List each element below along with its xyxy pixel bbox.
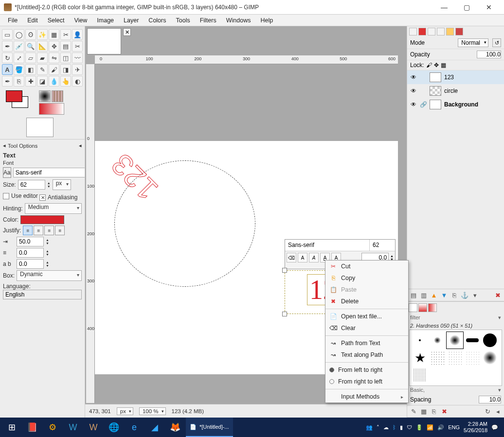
rect-select-tool[interactable]: ▭ (2, 29, 13, 40)
ctx-text-along-path[interactable]: ↝Text along Path (325, 349, 408, 361)
start-button[interactable]: ⊞ (2, 418, 21, 437)
image-tab-close-button[interactable]: ✕ (123, 28, 131, 36)
close-button[interactable]: ✕ (478, 0, 500, 15)
taskbar-app-icon[interactable]: ◢ (145, 418, 164, 437)
ctx-paste[interactable]: 📋Paste (325, 284, 408, 296)
heal-tool[interactable]: ✚ (25, 76, 36, 87)
antialiasing-checkbox[interactable]: ✕Antialiasing (39, 194, 77, 201)
layer-row-background[interactable]: 👁🔗 Background (407, 98, 504, 111)
menu-tools[interactable]: Tools (171, 16, 195, 25)
tray-onedrive-icon[interactable]: ☁ (383, 424, 389, 431)
lock-alpha-icon[interactable]: ▦ (441, 62, 446, 69)
mode-select[interactable]: Normal (458, 38, 488, 47)
brush-preview[interactable] (39, 90, 51, 102)
brush-item[interactable] (429, 332, 446, 349)
menu-edit[interactable]: Edit (22, 16, 43, 25)
lock-pixels-icon[interactable]: 🖌 (426, 62, 432, 69)
taskbar-app-icon[interactable]: 📕 (22, 418, 42, 437)
tray-network-icon[interactable]: ▮ (400, 424, 403, 431)
floating-italic-icon[interactable]: A (309, 253, 319, 262)
pencil-tool[interactable]: ✎ (37, 64, 48, 75)
taskbar-app-icon[interactable]: W (84, 418, 103, 437)
menu-help[interactable]: Help (255, 16, 278, 25)
other-tab-icon[interactable] (455, 28, 463, 35)
menu-windows[interactable]: Windows (221, 16, 256, 25)
text-color-swatch[interactable] (20, 215, 64, 224)
brush-item[interactable] (482, 350, 498, 366)
tray-volume-icon[interactable]: 🔊 (437, 424, 444, 431)
opacity-input[interactable] (477, 51, 501, 58)
taskbar-active-app[interactable]: 📄*[Untitled]-... (186, 418, 233, 437)
tray-battery-icon[interactable]: 🔋 (416, 424, 423, 431)
tray-people-icon[interactable]: 👥 (366, 424, 373, 431)
perspective-clone-tool[interactable]: ◪ (37, 76, 48, 87)
size-down-icon[interactable]: ▼ (47, 185, 51, 188)
refresh-brushes-icon[interactable]: ↻ (483, 407, 492, 416)
edit-brush-icon[interactable]: ✎ (409, 407, 418, 416)
merge-down-icon[interactable]: ▾ (470, 291, 479, 299)
image-tab-thumb[interactable] (87, 28, 121, 54)
gradient-preview[interactable] (39, 103, 64, 115)
status-unit-select[interactable]: px (117, 407, 133, 415)
layers-tab-icon[interactable] (409, 28, 417, 35)
tray-notifications-icon[interactable]: 💬 (491, 424, 498, 431)
brush-item[interactable] (412, 332, 428, 349)
use-editor-checkbox[interactable]: Use editor (3, 192, 38, 199)
active-image-thumb[interactable] (26, 118, 54, 137)
chevron-down-icon[interactable]: ▾ (498, 315, 501, 321)
paintbrush-tool[interactable]: 🖌 (49, 64, 59, 75)
menu-layer[interactable]: Layer (119, 16, 144, 25)
clone-tool[interactable]: ⎘ (14, 76, 24, 87)
color-picker-tool[interactable]: 💉 (14, 41, 24, 52)
delete-brush-icon[interactable]: ✖ (440, 407, 449, 416)
free-select-tool[interactable]: ʘ (25, 29, 36, 40)
ctx-copy[interactable]: ⎘Copy (325, 272, 408, 284)
pattern-preview[interactable] (52, 90, 63, 102)
history-tab-icon[interactable] (446, 28, 454, 35)
tray-lang[interactable]: ENG (448, 424, 460, 430)
brush-item[interactable] (464, 350, 481, 366)
box-select[interactable]: Dynamic (17, 270, 82, 281)
menu-image[interactable]: Image (92, 16, 119, 25)
menu-view[interactable]: View (69, 16, 92, 25)
menu-select[interactable]: Select (43, 16, 70, 25)
foreground-select-tool[interactable]: 👤 (72, 29, 83, 40)
size-unit-select[interactable]: px (53, 179, 72, 190)
font-icon[interactable]: Aa (3, 167, 11, 178)
justify-center-button[interactable]: ≡ (44, 226, 54, 235)
layer-up-icon[interactable]: ▲ (430, 291, 438, 299)
brush-item[interactable] (482, 367, 498, 384)
layer-group-icon[interactable]: ▥ (419, 291, 428, 299)
brush-item[interactable] (447, 367, 463, 384)
fg-bg-color[interactable] (6, 90, 32, 110)
perspective-tool[interactable]: ▰ (37, 52, 48, 63)
smudge-tool[interactable]: 👆 (60, 76, 71, 87)
taskbar-edge-icon[interactable]: e (125, 418, 144, 437)
zoom-tool[interactable]: 🔍 (25, 41, 36, 52)
floating-bold-icon[interactable]: A (298, 253, 307, 262)
new-brush-icon[interactable]: ▦ (419, 407, 428, 416)
ellipse-select-tool[interactable]: ◯ (14, 29, 24, 40)
duplicate-brush-icon[interactable]: ⎘ (430, 407, 438, 416)
blend-tool[interactable]: ◧ (25, 64, 36, 75)
scale-tool[interactable]: ⤢ (14, 52, 24, 63)
shear-tool[interactable]: ▱ (25, 52, 36, 63)
ctx-cut[interactable]: ✂Cut (325, 261, 408, 272)
warp-tool[interactable]: 〰 (72, 52, 83, 63)
blur-tool[interactable]: 💧 (49, 76, 59, 87)
paths-tab-icon[interactable] (428, 28, 435, 35)
ctx-rtl[interactable]: From right to left (325, 376, 408, 387)
tray-clock[interactable]: 2:28 AM 5/26/2018 (464, 421, 487, 434)
justify-fill-button[interactable]: ≡ (55, 226, 65, 235)
ink-tool[interactable]: ✒ (2, 76, 13, 87)
delete-layer-icon[interactable]: ✖ (493, 291, 502, 299)
brush-item[interactable] (412, 367, 428, 384)
brush-spacing-input[interactable] (479, 396, 501, 403)
justify-left-button[interactable]: ≡ (23, 226, 33, 235)
eye-icon[interactable]: 👁 (410, 74, 417, 81)
taskbar-gimp-icon[interactable]: 🦊 (165, 418, 185, 437)
by-color-select-tool[interactable]: ▦ (49, 29, 59, 40)
eraser-tool[interactable]: ◨ (60, 64, 71, 75)
brush-item[interactable] (429, 367, 446, 384)
airbrush-tool[interactable]: ✈ (72, 64, 83, 75)
